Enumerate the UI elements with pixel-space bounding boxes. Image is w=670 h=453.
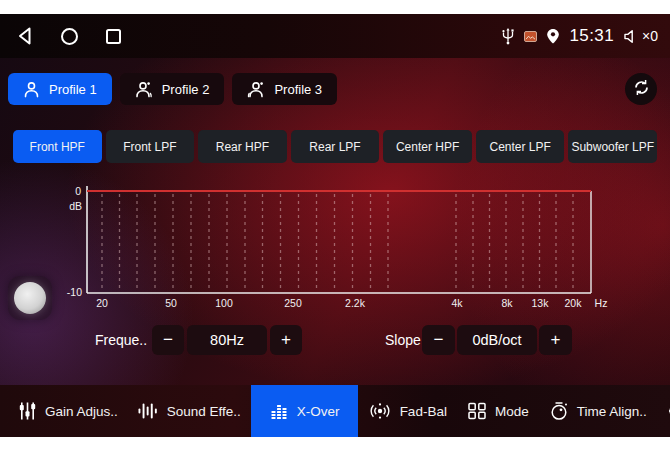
filter-tab-subwoofer-lpf[interactable]: Subwoofer LPF: [568, 130, 657, 163]
recents-icon[interactable]: [105, 28, 122, 45]
volume-muted-icon: [623, 29, 639, 44]
svg-text:13k: 13k: [532, 297, 550, 309]
filter-tab-rear-lpf[interactable]: Rear LPF: [291, 130, 380, 163]
sliders-icon: [18, 401, 37, 421]
android-nav-buttons: [16, 26, 122, 46]
filter-tab-center-hpf[interactable]: Center HPF: [383, 130, 472, 163]
home-icon[interactable]: [60, 27, 79, 46]
svg-text:Hz: Hz: [595, 297, 608, 309]
nav-item-gain-adjus[interactable]: Gain Adjus..: [8, 385, 128, 437]
filter-tab-label: Rear LPF: [309, 140, 360, 154]
nav-item-label: Mode: [495, 404, 529, 419]
filter-tab-rear-hpf[interactable]: Rear HPF: [198, 130, 287, 163]
filter-tab-label: Center LPF: [490, 140, 551, 154]
filter-tab-label: Rear HPF: [216, 140, 269, 154]
nav-item-return[interactable]: Return: [657, 385, 670, 437]
head-unit-screen: 15:31 ×0 Profile 1Profile 2Profile 3 Fro…: [0, 14, 670, 437]
grid-icon: [467, 402, 487, 420]
person-icon: [23, 81, 40, 98]
slope-minus-button[interactable]: −: [422, 325, 455, 355]
frequency-value: 80Hz: [187, 325, 267, 355]
profile-tab-2[interactable]: Profile 2: [120, 73, 225, 105]
volume-muted-indicator: ×0: [623, 28, 658, 44]
slope-value: 0dB/oct: [457, 325, 537, 355]
profile-tab-label: Profile 1: [49, 82, 97, 97]
nav-item-sound-effe[interactable]: Sound Effe..: [128, 385, 251, 437]
frequency-plus-button[interactable]: +: [270, 325, 302, 355]
location-icon: [546, 28, 560, 45]
svg-text:100: 100: [215, 297, 233, 309]
svg-text:2.2k: 2.2k: [345, 297, 366, 309]
profile-tab-label: Profile 2: [162, 82, 210, 97]
profile-tab-1[interactable]: Profile 1: [8, 73, 112, 105]
filter-tab-front-lpf[interactable]: Front LPF: [106, 130, 195, 163]
slope-plus-button[interactable]: +: [539, 325, 572, 355]
svg-text:250: 250: [284, 297, 302, 309]
nav-item-x-over[interactable]: X-Over: [251, 385, 358, 437]
clock: 15:31: [569, 26, 614, 46]
svg-text:dB: dB: [69, 200, 82, 212]
sync-icon: [632, 78, 651, 101]
crossover-graph: 0dB-1020501002502.2k4k8k13k20kHz: [55, 183, 615, 311]
svg-text:-10: -10: [67, 286, 82, 298]
filter-tab-row: Front HPFFront LPFRear HPFRear LPFCenter…: [13, 130, 657, 163]
filter-tab-label: Subwoofer LPF: [571, 140, 654, 154]
page: { "status_bar": { "time": "15:31", "volu…: [0, 0, 670, 453]
nav-item-label: Sound Effe..: [167, 404, 241, 419]
photo-notification-icon: [524, 31, 537, 42]
equalizer-icon: [269, 402, 289, 420]
profile-tab-3[interactable]: Profile 3: [232, 73, 337, 105]
speaker-radiate-icon: [368, 401, 392, 421]
floating-assist-button[interactable]: [8, 276, 52, 320]
filter-tab-label: Front HPF: [30, 140, 85, 154]
svg-text:20k: 20k: [565, 297, 583, 309]
back-icon[interactable]: [16, 26, 34, 46]
status-icons: 15:31 ×0: [501, 26, 658, 46]
svg-text:50: 50: [165, 297, 177, 309]
volume-level-text: ×0: [642, 28, 658, 44]
nav-item-label: Time Align..: [577, 404, 647, 419]
person-icon: [247, 81, 265, 98]
crossover-graph-svg: 0dB-1020501002502.2k4k8k13k20kHz: [55, 183, 615, 311]
timer-icon: [549, 401, 569, 421]
svg-text:0: 0: [75, 185, 81, 197]
nav-item-time-align[interactable]: Time Align..: [539, 385, 657, 437]
frequency-minus-button[interactable]: −: [152, 325, 184, 355]
usb-icon: [501, 27, 515, 45]
status-bar: 15:31 ×0: [0, 14, 670, 58]
svg-text:4k: 4k: [451, 297, 463, 309]
filter-tab-label: Front LPF: [123, 140, 176, 154]
filter-tab-label: Center HPF: [396, 140, 459, 154]
frequency-label: Freque..: [95, 325, 147, 355]
profile-row: Profile 1Profile 2Profile 3: [8, 73, 337, 105]
profile-tab-label: Profile 3: [274, 82, 322, 97]
svg-text:20: 20: [96, 297, 108, 309]
svg-text:8k: 8k: [501, 297, 513, 309]
nav-item-label: Fad-Bal: [400, 404, 447, 419]
waveform-icon: [138, 402, 159, 420]
bottom-nav: Gain Adjus..Sound Effe..X-OverFad-BalMod…: [0, 385, 670, 437]
nav-item-fad-bal[interactable]: Fad-Bal: [358, 385, 457, 437]
nav-item-mode[interactable]: Mode: [457, 385, 539, 437]
nav-item-label: X-Over: [297, 404, 340, 419]
person-icon: [135, 81, 153, 98]
slope-label: Slope: [385, 325, 421, 355]
filter-tab-center-lpf[interactable]: Center LPF: [476, 130, 565, 163]
filter-tab-front-hpf[interactable]: Front HPF: [13, 130, 102, 163]
sync-button[interactable]: [625, 73, 657, 105]
nav-item-label: Gain Adjus..: [45, 404, 118, 419]
floating-assist-knob-icon: [14, 282, 46, 314]
